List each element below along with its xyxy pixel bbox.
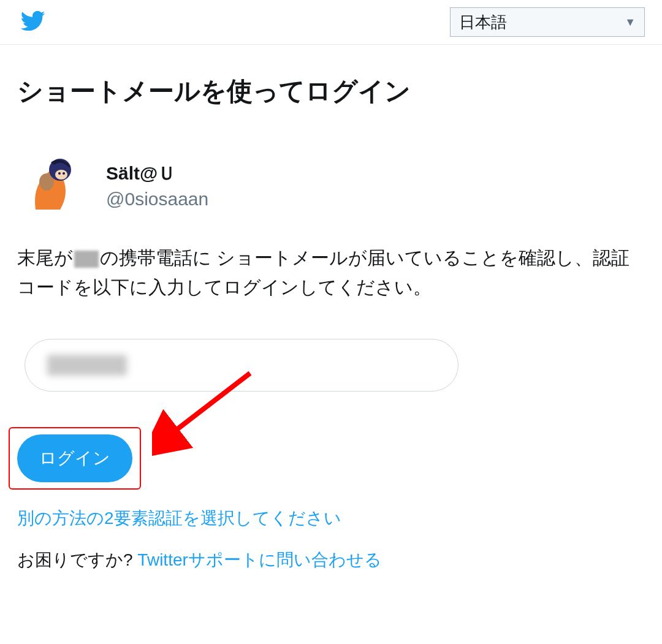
page-title: ショートメールを使ってログイン xyxy=(17,74,645,108)
redacted-input-content xyxy=(47,355,127,376)
language-selected-label: 日本語 xyxy=(459,12,507,33)
bird-icon xyxy=(17,8,48,34)
user-info: Sält@Ｕ @0siosaaan xyxy=(106,161,208,210)
help-prompt: お困りですか? xyxy=(17,550,137,569)
twitter-logo[interactable] xyxy=(17,8,48,36)
header: 日本語 ▼ xyxy=(0,0,662,45)
instruction-text: 末尾がの携帯電話に ショートメールが届いていることを確認し、認証コードを以下に入… xyxy=(17,243,645,302)
avatar xyxy=(17,151,85,219)
verification-code-input[interactable] xyxy=(25,339,458,392)
alt-2fa-method-link[interactable]: 別の方法の2要素認証を選択してください xyxy=(17,507,645,530)
language-select[interactable]: 日本語 ▼ xyxy=(450,7,645,37)
main-content: ショートメールを使ってログイン Sält@Ｕ @0siosaaan 末尾がの携帯… xyxy=(0,45,662,601)
chevron-down-icon: ▼ xyxy=(625,16,636,29)
user-row: Sält@Ｕ @0siosaaan xyxy=(17,151,645,219)
user-handle: @0siosaaan xyxy=(106,189,208,210)
svg-point-3 xyxy=(55,170,67,180)
svg-point-4 xyxy=(58,172,61,175)
display-name: Sält@Ｕ xyxy=(106,161,208,186)
avatar-image xyxy=(17,151,85,219)
login-button-wrap: ログイン xyxy=(17,434,132,482)
help-row: お困りですか? Twitterサポートに問い合わせる xyxy=(17,548,645,572)
login-button[interactable]: ログイン xyxy=(17,434,132,482)
instruction-suffix: の携帯電話に ショートメールが届いていることを確認し、認証コードを以下に入力して… xyxy=(17,248,630,297)
svg-point-5 xyxy=(63,172,65,175)
redacted-phone-digits xyxy=(74,251,99,268)
support-link[interactable]: Twitterサポートに問い合わせる xyxy=(137,550,381,569)
instruction-prefix: 末尾が xyxy=(17,248,73,268)
